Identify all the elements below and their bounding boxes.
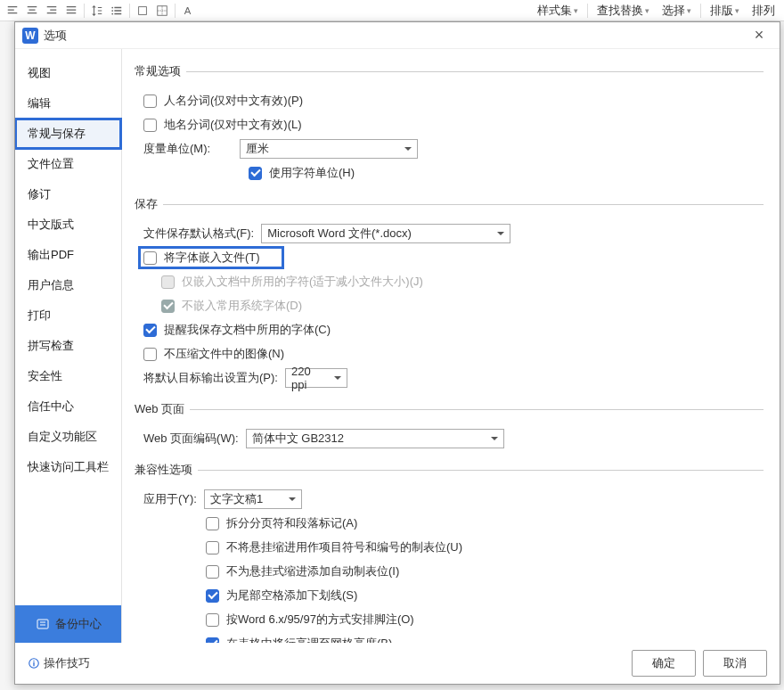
sidebar-item-spelling[interactable]: 拼写检查 bbox=[15, 331, 121, 361]
group-web: Web 页面 Web 页面编码(W): 简体中文 GB2312 bbox=[135, 401, 764, 455]
sidebar-item-customize-ribbon[interactable]: 自定义功能区 bbox=[15, 422, 121, 452]
dialog-title: 选项 bbox=[44, 28, 746, 44]
sidebar-item-general-save[interactable]: 常规与保存 bbox=[15, 119, 121, 149]
chk-compat-2[interactable] bbox=[206, 565, 219, 579]
line-spacing-icon[interactable] bbox=[88, 2, 106, 20]
lbl-embed-fonts: 将字体嵌入文件(T) bbox=[164, 250, 260, 266]
lbl-compat-2: 不为悬挂式缩进添加自动制表位(I) bbox=[226, 563, 399, 579]
group-compat: 兼容性选项 应用于(Y): 文字文稿1 拆分分页符和段落标记(A)不将悬挂缩进用… bbox=[135, 462, 764, 643]
lbl-compat-4: 按Word 6.x/95/97的方式安排脚注(O) bbox=[226, 612, 414, 628]
select-web-encoding[interactable]: 简体中文 GB2312 bbox=[246, 429, 504, 448]
sidebar-item-file-locations[interactable]: 文件位置 bbox=[15, 149, 121, 179]
sidebar-item-revisions[interactable]: 修订 bbox=[15, 179, 121, 209]
chk-no-compress-img[interactable] bbox=[143, 348, 157, 361]
sidebar-item-edit[interactable]: 编辑 bbox=[15, 88, 121, 119]
chk-compat-4[interactable] bbox=[206, 613, 219, 627]
select-apply-to[interactable]: 文字文稿1 bbox=[204, 489, 302, 509]
align-justify-icon[interactable] bbox=[62, 2, 80, 20]
sidebar-item-export-pdf[interactable]: 输出PDF bbox=[15, 240, 121, 270]
select-menu[interactable]: 选择▾ bbox=[657, 1, 697, 21]
align-right-icon[interactable] bbox=[43, 2, 61, 20]
sidebar-item-qat[interactable]: 快速访问工具栏 bbox=[15, 452, 121, 482]
borders-icon[interactable] bbox=[153, 2, 171, 20]
select-default-format[interactable]: Microsoft Word 文件(*.docx) bbox=[261, 224, 510, 243]
lbl-char-units: 使用字符单位(H) bbox=[269, 165, 355, 181]
chk-remind-fonts[interactable] bbox=[143, 324, 157, 337]
chk-compat-5[interactable] bbox=[206, 637, 219, 644]
lbl-default-format: 文件保存默认格式(F): bbox=[143, 226, 254, 242]
cancel-button[interactable]: 取消 bbox=[703, 650, 767, 677]
sidebar-item-print[interactable]: 打印 bbox=[15, 300, 121, 331]
chk-compat-1[interactable] bbox=[206, 541, 219, 554]
chk-no-embed-system bbox=[161, 300, 175, 313]
dialog-footer: 操作技巧 确定 取消 bbox=[15, 643, 780, 684]
align-center-icon[interactable] bbox=[23, 2, 41, 20]
svg-rect-6 bbox=[37, 620, 48, 628]
svg-text:A: A bbox=[184, 4, 192, 15]
lbl-apply-to: 应用于(Y): bbox=[143, 491, 197, 507]
lbl-units: 度量单位(M): bbox=[143, 141, 233, 157]
lbl-compat-0: 拆分分页符和段落标记(A) bbox=[226, 515, 357, 531]
lbl-compat-3: 为尾部空格添加下划线(S) bbox=[226, 587, 357, 604]
lbl-place-split: 地名分词(仅对中文有效)(L) bbox=[164, 117, 302, 133]
chk-compat-3[interactable] bbox=[206, 589, 219, 603]
chk-embed-only-used bbox=[161, 275, 175, 289]
lbl-default-output: 将默认目标输出设置为(P): bbox=[143, 370, 278, 386]
tips-link[interactable]: 操作技巧 bbox=[28, 655, 90, 671]
fill-icon[interactable] bbox=[134, 2, 151, 20]
options-dialog: W 选项 × 视图 编辑 常规与保存 文件位置 修订 中文版式 输出PDF 用户… bbox=[14, 21, 780, 685]
list-icon[interactable] bbox=[108, 2, 126, 20]
group-general-legend: 常规选项 bbox=[135, 63, 186, 79]
chk-char-units[interactable] bbox=[249, 167, 262, 180]
sidebar-item-security[interactable]: 安全性 bbox=[15, 361, 121, 391]
svg-point-0 bbox=[111, 6, 113, 8]
group-general: 常规选项 人名分词(仅对中文有效)(P) 地名分词(仅对中文有效)(L) 度量单… bbox=[135, 63, 764, 189]
align-left-icon[interactable] bbox=[4, 2, 21, 20]
sidebar-item-trust-center[interactable]: 信任中心 bbox=[15, 391, 121, 422]
svg-rect-3 bbox=[139, 6, 147, 14]
text-tool-icon[interactable]: A bbox=[179, 2, 197, 20]
lbl-compat-5: 在表格中将行高调至网格高度(B) bbox=[226, 636, 392, 643]
group-compat-legend: 兼容性选项 bbox=[135, 462, 198, 478]
lbl-compat-1: 不将悬挂缩进用作项目符号和编号的制表位(U) bbox=[226, 539, 462, 555]
lbl-remind-fonts: 提醒我保存文档中所用的字体(C) bbox=[164, 322, 331, 338]
lbl-embed-only-used: 仅嵌入文档中所用的字符(适于减小文件大小)(J) bbox=[182, 274, 423, 290]
select-default-output[interactable]: 220 ppi bbox=[285, 368, 347, 388]
info-icon bbox=[28, 657, 40, 669]
sidebar-item-cjk[interactable]: 中文版式 bbox=[15, 209, 121, 240]
chk-embed-fonts[interactable] bbox=[143, 251, 157, 265]
select-units[interactable]: 厘米 bbox=[240, 139, 418, 159]
group-web-legend: Web 页面 bbox=[135, 401, 190, 417]
lbl-no-compress-img: 不压缩文件中的图像(N) bbox=[164, 346, 284, 362]
sidebar-item-view[interactable]: 视图 bbox=[15, 58, 121, 88]
svg-point-1 bbox=[111, 10, 113, 12]
chk-name-split[interactable] bbox=[143, 94, 157, 108]
lbl-no-embed-system: 不嵌入常用系统字体(D) bbox=[182, 298, 302, 314]
ok-button[interactable]: 确定 bbox=[632, 650, 696, 677]
arrange-menu[interactable]: 排列 bbox=[747, 1, 780, 21]
sidebar-item-user-info[interactable]: 用户信息 bbox=[15, 270, 121, 300]
lbl-name-split: 人名分词(仅对中文有效)(P) bbox=[164, 93, 303, 109]
options-sidebar: 视图 编辑 常规与保存 文件位置 修订 中文版式 输出PDF 用户信息 打印 拼… bbox=[15, 49, 122, 643]
backup-center-button[interactable]: 备份中心 bbox=[15, 605, 121, 643]
highlight-embed-fonts: 将字体嵌入文件(T) bbox=[140, 248, 282, 267]
options-content: 常规选项 人名分词(仅对中文有效)(P) 地名分词(仅对中文有效)(L) 度量单… bbox=[122, 49, 780, 643]
layout-menu[interactable]: 排版▾ bbox=[705, 1, 745, 21]
lbl-web-encoding: Web 页面编码(W): bbox=[143, 431, 239, 447]
find-replace-menu[interactable]: 查找替换▾ bbox=[592, 1, 655, 21]
backup-icon bbox=[36, 617, 50, 631]
group-save-legend: 保存 bbox=[135, 196, 163, 212]
group-save: 保存 文件保存默认格式(F): Microsoft Word 文件(*.docx… bbox=[135, 196, 764, 394]
close-button[interactable]: × bbox=[746, 26, 772, 45]
chk-compat-0[interactable] bbox=[206, 517, 219, 530]
dialog-titlebar: W 选项 × bbox=[15, 22, 780, 49]
app-toolbar: A 样式集▾ 查找替换▾ 选择▾ 排版▾ 排列 bbox=[0, 0, 784, 21]
svg-point-2 bbox=[111, 12, 113, 14]
styles-menu[interactable]: 样式集▾ bbox=[532, 1, 584, 21]
chk-place-split[interactable] bbox=[143, 119, 157, 132]
app-icon: W bbox=[22, 28, 38, 44]
